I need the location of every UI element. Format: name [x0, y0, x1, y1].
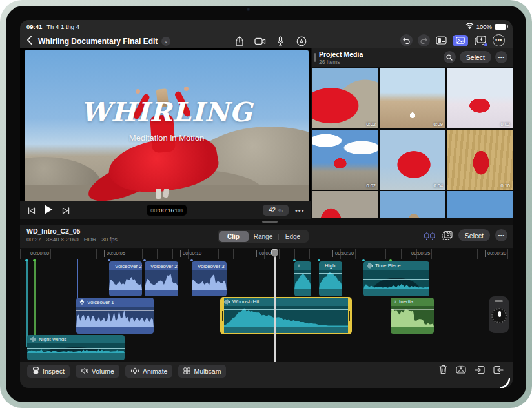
share-icon[interactable] — [233, 35, 245, 47]
clip-label: Voiceover 2 — [115, 263, 142, 269]
thumbnail-duration: 0:02 — [500, 121, 510, 127]
timecode-main: 00:16 — [159, 207, 174, 214]
battery-icon — [495, 24, 506, 30]
insert-left-icon[interactable] — [475, 365, 485, 377]
browser-toggle-icon[interactable] — [435, 34, 447, 46]
dancer-hand — [184, 87, 189, 91]
volume-button[interactable]: Volume — [76, 365, 119, 378]
media-thumbnail[interactable]: 0:09 — [380, 68, 445, 128]
viewer-zoom-control[interactable]: 42 % — [263, 205, 289, 216]
top-toolbar: Whirling Documentary Final Edit ⌄ — [20, 33, 513, 48]
media-thumbnail[interactable]: 0:02 — [312, 68, 378, 128]
annotate-icon[interactable] — [295, 35, 307, 47]
sparkle-clips-icon[interactable] — [424, 229, 436, 241]
clock: 09:41 — [26, 23, 42, 30]
video-viewer[interactable]: WHIRLING Meditation in Motion — [25, 50, 309, 201]
trash-icon[interactable] — [439, 365, 447, 377]
button-label: Animate — [143, 367, 168, 375]
media-panel-title: Project Media — [319, 50, 363, 58]
timeline-clip-time-piece[interactable]: Time Piece — [363, 261, 429, 296]
skip-back-icon[interactable] — [28, 205, 36, 217]
clip-waveform-area — [109, 270, 142, 290]
timeline-clip-inertia[interactable]: ♪Inertia — [391, 298, 434, 334]
clip-waveform-area — [363, 270, 429, 289]
thumbnail-duration: 0:02 — [366, 183, 376, 189]
timeline-select-button[interactable]: Select — [458, 229, 490, 241]
video-subtitle-overlay: Meditation in Motion — [25, 133, 309, 143]
jog-wheel[interactable] — [489, 296, 509, 333]
ruler-timecode: 00:00:30 — [485, 250, 506, 257]
media-thumbnail[interactable] — [312, 191, 378, 218]
clip-connection-line — [26, 259, 28, 347]
undo-icon[interactable] — [400, 34, 413, 46]
app-screen: 09:41Th 4 1 thg 4 100% Whirling Document… — [20, 20, 513, 388]
clip-waveform-area — [192, 270, 227, 290]
chevron-down-icon[interactable]: ⌄ — [161, 37, 170, 46]
skip-forward-icon[interactable] — [62, 205, 70, 217]
panel-drag-handle[interactable] — [314, 53, 316, 62]
clip-label: Night Winds — [39, 336, 66, 342]
multicam-button[interactable]: Multicam — [178, 365, 226, 378]
inspect-button[interactable]: Inspect — [27, 365, 70, 378]
more-icon[interactable]: ••• — [493, 34, 505, 46]
media-thumbnail[interactable]: 0:02 — [447, 68, 513, 128]
viewer-more-icon[interactable]: ••• — [295, 207, 305, 214]
media-thumbnail[interactable]: 0:10 — [447, 130, 513, 190]
clip-label: Voiceover 1 — [87, 300, 114, 305]
timeline-clip-voiceover-3[interactable]: Voiceover 3 — [192, 261, 227, 296]
media-grid: 0:020:090:020:020:040:10 — [312, 68, 513, 218]
zoom-unit: % — [278, 207, 283, 214]
media-thumbnail[interactable]: 0:04 — [380, 130, 445, 190]
timecode-display[interactable]: 00:00:16:08 — [147, 205, 187, 216]
media-more-icon[interactable]: ••• — [495, 51, 507, 63]
jog-handle-bar — [495, 300, 503, 302]
timeline-ruler[interactable]: 00:00:0000:00:0500:00:1000:00:1500:00:20… — [20, 249, 513, 259]
trim-handle-left[interactable] — [221, 298, 224, 334]
split-clip-icon[interactable] — [456, 365, 466, 377]
edit-mode-range[interactable]: Range — [249, 231, 278, 242]
timeline-clip-night-winds[interactable]: Night Winds — [27, 335, 125, 360]
button-label: Inspect — [43, 367, 65, 375]
timeline-clip-voiceover-2[interactable]: Voiceover 2 — [109, 261, 142, 296]
play-button[interactable] — [45, 205, 53, 217]
media-thumbnail[interactable] — [447, 191, 513, 218]
timeline-clip--[interactable]: … — [294, 261, 311, 296]
timeline-clip-voiceover-2[interactable]: Voiceover 2 — [145, 261, 178, 296]
ipad-device: 09:41Th 4 1 thg 4 100% Whirling Document… — [0, 0, 532, 408]
video-title-overlay: WHIRLING — [25, 97, 309, 128]
media-thumbnail[interactable]: 0:02 — [312, 130, 378, 190]
timeline-more-icon[interactable]: ••• — [495, 229, 507, 241]
effects-icon[interactable] — [473, 34, 487, 46]
edit-mode-edge[interactable]: Edge — [278, 231, 308, 242]
transport-controls — [28, 205, 70, 217]
redo-icon[interactable] — [418, 34, 430, 46]
media-thumbnail[interactable] — [380, 191, 445, 218]
timeline-clip-voiceover-1[interactable]: Voiceover 1 — [76, 298, 154, 334]
thumbnail-view-icon[interactable] — [441, 229, 453, 241]
clip-waveform-area — [294, 270, 311, 289]
project-title[interactable]: Whirling Documentary Final Edit — [38, 37, 158, 46]
zoom-value: 42 — [269, 207, 276, 214]
playhead-line[interactable] — [274, 252, 276, 362]
timeline-clip-whoosh-hit[interactable]: Whoosh Hit — [221, 298, 351, 334]
timeline-clip-high-[interactable]: High… — [319, 261, 342, 296]
panel-resize-handle[interactable] — [262, 221, 278, 223]
media-select-button[interactable]: Select — [460, 51, 491, 63]
media-library-icon[interactable] — [453, 35, 468, 46]
clip-title-bar: High… — [319, 261, 342, 270]
animate-button[interactable]: Animate — [125, 365, 173, 378]
media-panel-actions: Select ••• — [444, 51, 507, 63]
back-button[interactable] — [26, 36, 32, 46]
mic-icon[interactable] — [274, 35, 287, 47]
video-camera-icon[interactable] — [254, 35, 266, 47]
timeline-body[interactable]: 00:00:0000:00:0500:00:1000:00:1500:00:20… — [20, 249, 513, 362]
jog-dial[interactable] — [491, 308, 507, 323]
thumbnail-duration: 0:04 — [433, 183, 443, 189]
search-icon[interactable] — [444, 51, 456, 63]
edit-mode-clip[interactable]: Clip — [219, 231, 249, 242]
clip-title-bar: Time Piece — [363, 261, 429, 270]
front-camera — [247, 8, 250, 11]
insert-right-icon[interactable] — [493, 365, 504, 377]
status-bar: 09:41Th 4 1 thg 4 100% — [20, 20, 513, 33]
trim-handle-right[interactable] — [348, 298, 351, 334]
